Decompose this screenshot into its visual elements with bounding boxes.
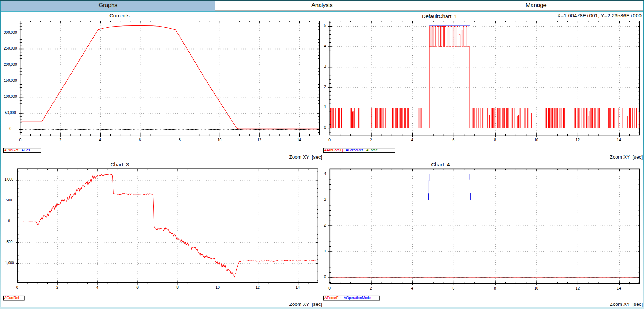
svg-text:X=1.00478E+001, Y=2.23586E+000: X=1.00478E+001, Y=2.23586E+000: [557, 13, 642, 18]
svg-text:10: 10: [216, 286, 220, 290]
svg-text:DefaultChart_1: DefaultChart_1: [422, 13, 457, 19]
svg-text:0: 0: [19, 138, 22, 142]
svg-text:14: 14: [297, 138, 301, 142]
svg-text:100,000: 100,000: [4, 95, 17, 98]
svg-text:0: 0: [16, 286, 18, 290]
svg-text:6: 6: [453, 138, 455, 142]
svg-text:10: 10: [534, 138, 538, 142]
svg-text:8: 8: [494, 286, 496, 290]
svg-text:6: 6: [139, 138, 141, 142]
svg-text:4: 4: [411, 138, 413, 142]
svg-text:8: 8: [176, 286, 179, 290]
svg-text:14: 14: [617, 286, 621, 290]
svg-text:Chart_3: Chart_3: [110, 162, 129, 167]
svg-text:10: 10: [534, 286, 538, 290]
svg-text:AForceErr: AForceErr: [324, 296, 341, 300]
svg-text:3: 3: [324, 64, 326, 68]
svg-text:12: 12: [576, 286, 580, 290]
svg-text:Zoom XY [sec]: Zoom XY [sec]: [610, 302, 643, 307]
svg-text:10: 10: [218, 138, 222, 142]
svg-text:1,000: 1,000: [4, 177, 13, 181]
svg-text:4: 4: [99, 138, 101, 142]
svg-text:AOperationMode: AOperationMode: [344, 296, 371, 300]
svg-text:2: 2: [59, 138, 61, 142]
svg-text:2: 2: [370, 138, 372, 142]
svg-text:AForceRef: AForceRef: [346, 148, 363, 152]
svg-text:4: 4: [324, 172, 326, 176]
svg-text:Zoom XY [sec]: Zoom XY [sec]: [289, 302, 322, 307]
svg-text:250,000: 250,000: [4, 46, 17, 50]
svg-text:2: 2: [370, 286, 372, 290]
svg-text:8: 8: [179, 138, 181, 142]
svg-text:2: 2: [324, 85, 326, 89]
svg-text:8: 8: [494, 138, 496, 142]
svg-text:1: 1: [324, 249, 326, 253]
svg-text:ACurrRef: ACurrRef: [4, 296, 19, 300]
svg-text:AForce: AForce: [366, 148, 378, 152]
svg-text:14: 14: [296, 286, 300, 290]
svg-text:0: 0: [324, 275, 326, 279]
svg-text:5: 5: [324, 24, 326, 28]
svg-text:4: 4: [324, 44, 326, 48]
svg-text:-500: -500: [5, 240, 13, 244]
svg-text:500: 500: [6, 198, 12, 202]
svg-text:APosRef: APosRef: [4, 148, 18, 152]
svg-text:0: 0: [324, 126, 326, 130]
svg-text:4: 4: [411, 286, 413, 290]
svg-text:-1,000: -1,000: [4, 261, 14, 265]
svg-text:6: 6: [136, 286, 139, 290]
svg-text:2: 2: [324, 223, 326, 227]
svg-text:0: 0: [8, 219, 10, 223]
svg-text:AAInPort[1]: AAInPort[1]: [324, 148, 343, 152]
svg-text:0: 0: [328, 138, 331, 142]
svg-text:Chart_4: Chart_4: [431, 162, 450, 167]
svg-text:APos: APos: [22, 148, 30, 152]
svg-text:14: 14: [617, 138, 621, 142]
svg-text:0: 0: [9, 127, 11, 131]
svg-text:12: 12: [256, 286, 260, 290]
svg-text:Zoom XY [sec]: Zoom XY [sec]: [610, 154, 643, 160]
svg-text:4: 4: [96, 286, 98, 290]
svg-text:12: 12: [576, 138, 580, 142]
svg-text:Zoom XY [sec]: Zoom XY [sec]: [289, 154, 322, 160]
svg-text:150,000: 150,000: [4, 79, 17, 82]
svg-text:1: 1: [324, 105, 326, 109]
svg-text:3: 3: [324, 198, 326, 201]
svg-text:300,000: 300,000: [4, 30, 17, 34]
svg-text:6: 6: [453, 286, 455, 290]
svg-text:12: 12: [257, 138, 261, 142]
svg-text:2: 2: [56, 286, 58, 290]
svg-text:200,000: 200,000: [4, 63, 17, 67]
svg-text:50,000: 50,000: [5, 111, 16, 115]
svg-text:Currents: Currents: [109, 13, 130, 18]
svg-text:0: 0: [328, 286, 331, 290]
